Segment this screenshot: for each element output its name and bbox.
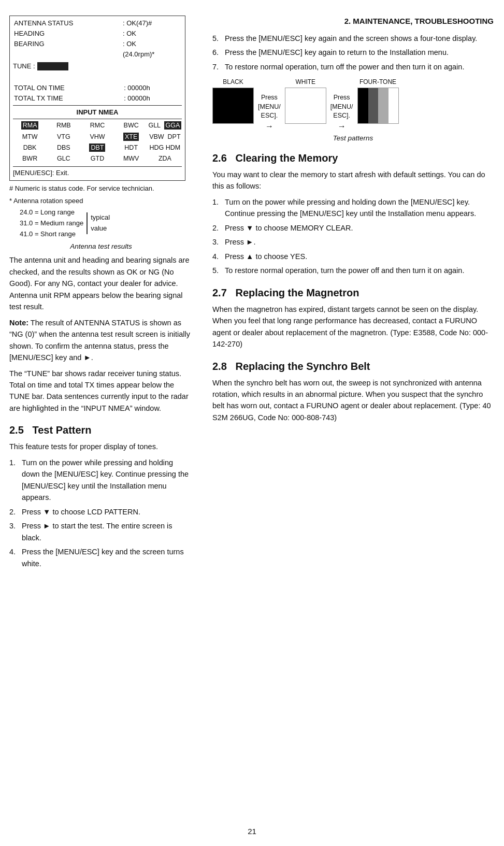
brace-values: 24.0 = Long range 31.0 = Medium range 41… bbox=[20, 207, 83, 239]
total-tx-val: : 00000h bbox=[123, 93, 182, 104]
chapter-title: 2. MAINTENANCE, TROUBLESHOOTING bbox=[212, 17, 494, 25]
bearing-label: BEARING bbox=[13, 39, 122, 49]
hash-note: # Numeric is status code. For service te… bbox=[9, 183, 193, 194]
step-text: Press the [MENU/ESC] key and the screen … bbox=[22, 546, 193, 569]
fourtone-pattern-block: FOUR-TONE bbox=[357, 78, 399, 124]
tune-row: TUNE : bbox=[13, 61, 182, 71]
section-26-title: Clearing the Memory bbox=[235, 152, 338, 164]
section-26-steps: 1.Turn on the power while pressing and h… bbox=[212, 196, 494, 277]
section-28-body: When the synchro belt has worn out, the … bbox=[212, 377, 494, 424]
step-text: Press the [MENU/ESC] key again to return… bbox=[225, 47, 449, 58]
typical-value-label: typicalvalue bbox=[91, 212, 110, 234]
step-text: Turn on the power while pressing and hol… bbox=[225, 196, 494, 220]
list-item: 7.To restore normal operation, turn off … bbox=[212, 61, 494, 73]
antenna-status-label: ANTENNA STATUS bbox=[13, 18, 122, 28]
white-label: WHITE bbox=[295, 78, 315, 87]
note-text-body: The result of ANTENNA STATUS is shown as… bbox=[9, 319, 190, 362]
nmea-gll-gga: GLL GGA bbox=[148, 120, 182, 131]
list-item: 3.Press ►. bbox=[212, 236, 494, 248]
arrow1: → bbox=[265, 122, 273, 131]
white-pattern-block: WHITE bbox=[285, 78, 326, 124]
section-25-num: 2.5 bbox=[9, 424, 24, 436]
menu-esc-row: [MENU/ESC]: Exit. bbox=[13, 166, 182, 178]
heading-label: HEADING bbox=[13, 28, 122, 39]
step-text: Turn on the power while pressing and hol… bbox=[22, 457, 193, 504]
section-25-steps: 1.Turn on the power while pressing and h… bbox=[9, 457, 193, 569]
section-25-heading: 2.5 Test Pattern bbox=[9, 423, 193, 437]
black-pattern-block: BLACK bbox=[212, 78, 254, 124]
black-label: BLACK bbox=[223, 78, 243, 87]
nmea-zda: ZDA bbox=[148, 153, 182, 164]
list-item: 4.Press the [MENU/ESC] key and the scree… bbox=[9, 546, 193, 569]
nmea-bwr: BWR bbox=[13, 153, 47, 164]
step-text: Press the [MENU/ESC] key again and the s… bbox=[225, 33, 477, 44]
section-28-num: 2.8 bbox=[212, 361, 227, 372]
section-27-num: 2.7 bbox=[212, 287, 227, 298]
nmea-gtd: GTD bbox=[80, 153, 114, 164]
list-item: 5.To restore normal operation, turn the … bbox=[212, 265, 494, 276]
list-item: 5.Press the [MENU/ESC] key again and the… bbox=[212, 33, 494, 44]
list-item: 2.Press ▼ to choose LCD PATTERN. bbox=[9, 506, 193, 518]
section-26-intro: You may want to clear the memory to star… bbox=[212, 169, 494, 192]
step-text: Press ►. bbox=[225, 236, 255, 248]
step-text: Press ▼ to choose LCD PATTERN. bbox=[22, 506, 140, 518]
section-27-heading: 2.7 Replacing the Magnetron bbox=[212, 286, 494, 299]
step-text: Press ▲ to choose YES. bbox=[225, 251, 307, 262]
brace-val-3: 41.0 = Short range bbox=[20, 229, 83, 240]
body-tune: The “TUNE” bar shows radar receiver tuni… bbox=[9, 368, 193, 414]
patterns-caption: Test patterns bbox=[212, 134, 494, 142]
step-text: To restore normal operation, turn off th… bbox=[225, 61, 464, 73]
left-column: ANTENNA STATUS : OK(47)# HEADING : OK BE… bbox=[0, 10, 202, 825]
nmea-bwc: BWC bbox=[114, 120, 148, 131]
section-25-title: Test Pattern bbox=[32, 424, 91, 436]
list-item: 6.Press the [MENU/ESC] key again to retu… bbox=[212, 47, 494, 58]
arrow2: → bbox=[338, 122, 346, 131]
bearing-val: : OK bbox=[122, 39, 182, 49]
nmea-grid: RMA RMB RMC BWC GLL GGA MTW VTG VHW XTE … bbox=[13, 120, 182, 165]
heading-val: : OK bbox=[122, 28, 182, 39]
nmea-mtw: MTW bbox=[13, 132, 47, 142]
input-nmea-header: INPUT NMEA bbox=[13, 107, 182, 119]
nmea-rmb: RMB bbox=[47, 120, 80, 131]
fourtone-swatch bbox=[357, 88, 399, 124]
nmea-hdt: HDT bbox=[114, 142, 148, 153]
brace-val-2: 31.0 = Medium range bbox=[20, 218, 83, 229]
nmea-vbw-dpt: VBW DPT bbox=[148, 132, 182, 142]
nmea-hdg-hdm: HDG HDM bbox=[148, 142, 182, 153]
white-swatch bbox=[285, 88, 326, 124]
total-tx-label: TOTAL TX TIME bbox=[13, 93, 123, 104]
section-26-heading: 2.6 Clearing the Memory bbox=[212, 151, 494, 165]
right-column: 2. MAINTENANCE, TROUBLESHOOTING 5.Press … bbox=[202, 10, 504, 825]
step-text: To restore normal operation, turn the po… bbox=[225, 265, 464, 276]
nmea-vtg: VTG bbox=[47, 132, 80, 142]
fourtone-label: FOUR-TONE bbox=[359, 78, 396, 87]
bearing-rpm: (24.0rpm)* bbox=[122, 49, 182, 60]
body-antenna1: The antenna unit and heading and bearing… bbox=[9, 254, 193, 312]
brace-label: typicalvalue bbox=[87, 212, 110, 234]
nmea-rma: RMA bbox=[13, 120, 47, 131]
section-27-body: When the magnetron has expired, distant … bbox=[212, 304, 494, 350]
list-item: 1.Turn on the power while pressing and h… bbox=[9, 457, 193, 504]
nmea-xte: XTE bbox=[114, 132, 148, 142]
nmea-mwv: MWV bbox=[114, 153, 148, 164]
brace-val-1: 24.0 = Long range bbox=[20, 207, 83, 218]
nmea-dbt: DBT bbox=[80, 142, 114, 153]
list-item: 3.Press ► to start the test. The entire … bbox=[9, 520, 193, 543]
page-number: 21 bbox=[248, 827, 256, 836]
step-text: Press ▼ to choose MEMORY CLEAR. bbox=[225, 222, 353, 234]
section-25-intro: This feature tests for proper display of… bbox=[9, 441, 193, 452]
note-bold: Note: bbox=[9, 319, 28, 327]
section-26-num: 2.6 bbox=[212, 152, 227, 164]
section-28-heading: 2.8 Replacing the Synchro Belt bbox=[212, 360, 494, 373]
nmea-dbk: DBK bbox=[13, 142, 47, 153]
press2-block: Press [MENU/ ESC]. → bbox=[328, 92, 355, 131]
nmea-vhw: VHW bbox=[80, 132, 114, 142]
nmea-glc: GLC bbox=[47, 153, 80, 164]
press2-label: Press [MENU/ ESC]. bbox=[330, 93, 353, 121]
list-item: 2.Press ▼ to choose MEMORY CLEAR. bbox=[212, 222, 494, 234]
nmea-rmc: RMC bbox=[80, 120, 114, 131]
list-item: 4.Press ▲ to choose YES. bbox=[212, 251, 494, 262]
total-on-val: : 00000h bbox=[123, 83, 182, 93]
star-note: * Antenna rotation speed bbox=[9, 196, 193, 206]
test-patterns-container: BLACK Press [MENU/ ESC]. → WHITE Press [… bbox=[212, 78, 494, 131]
